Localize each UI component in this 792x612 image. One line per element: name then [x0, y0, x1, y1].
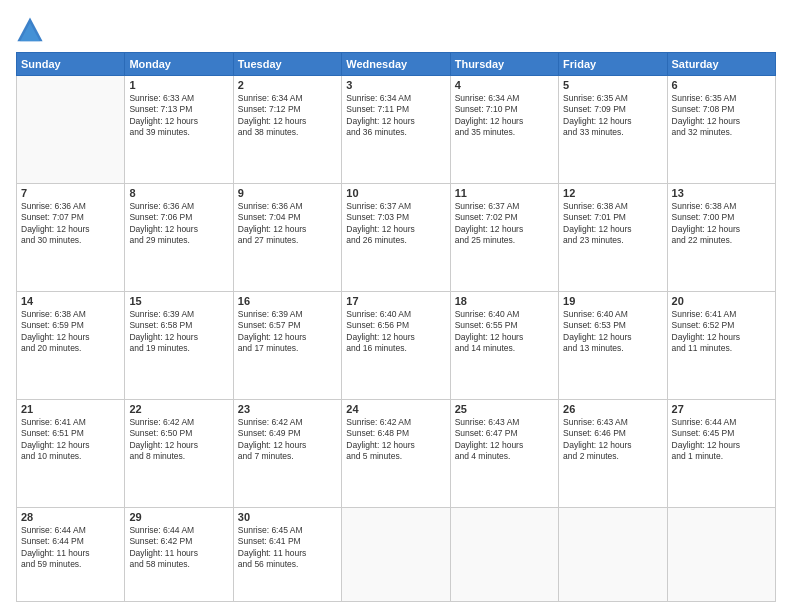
calendar-cell: 17Sunrise: 6:40 AMSunset: 6:56 PMDayligh… — [342, 291, 450, 399]
day-info: Sunrise: 6:39 AMSunset: 6:58 PMDaylight:… — [129, 309, 228, 355]
day-info: Sunrise: 6:36 AMSunset: 7:06 PMDaylight:… — [129, 201, 228, 247]
calendar-header-row: SundayMondayTuesdayWednesdayThursdayFrid… — [17, 53, 776, 76]
calendar-cell: 22Sunrise: 6:42 AMSunset: 6:50 PMDayligh… — [125, 399, 233, 507]
calendar-cell — [559, 507, 667, 601]
calendar-cell: 13Sunrise: 6:38 AMSunset: 7:00 PMDayligh… — [667, 183, 775, 291]
logo — [16, 16, 48, 44]
calendar-cell: 6Sunrise: 6:35 AMSunset: 7:08 PMDaylight… — [667, 76, 775, 184]
day-number: 16 — [238, 295, 337, 307]
day-info: Sunrise: 6:40 AMSunset: 6:56 PMDaylight:… — [346, 309, 445, 355]
calendar-week-row: 14Sunrise: 6:38 AMSunset: 6:59 PMDayligh… — [17, 291, 776, 399]
day-info: Sunrise: 6:35 AMSunset: 7:09 PMDaylight:… — [563, 93, 662, 139]
day-info: Sunrise: 6:34 AMSunset: 7:10 PMDaylight:… — [455, 93, 554, 139]
day-info: Sunrise: 6:44 AMSunset: 6:44 PMDaylight:… — [21, 525, 120, 571]
calendar-cell: 23Sunrise: 6:42 AMSunset: 6:49 PMDayligh… — [233, 399, 341, 507]
calendar-cell: 12Sunrise: 6:38 AMSunset: 7:01 PMDayligh… — [559, 183, 667, 291]
day-number: 1 — [129, 79, 228, 91]
day-info: Sunrise: 6:41 AMSunset: 6:51 PMDaylight:… — [21, 417, 120, 463]
day-number: 23 — [238, 403, 337, 415]
calendar-cell: 10Sunrise: 6:37 AMSunset: 7:03 PMDayligh… — [342, 183, 450, 291]
day-number: 7 — [21, 187, 120, 199]
day-number: 25 — [455, 403, 554, 415]
calendar-cell: 18Sunrise: 6:40 AMSunset: 6:55 PMDayligh… — [450, 291, 558, 399]
day-number: 30 — [238, 511, 337, 523]
day-number: 13 — [672, 187, 771, 199]
day-info: Sunrise: 6:38 AMSunset: 7:00 PMDaylight:… — [672, 201, 771, 247]
calendar-header-monday: Monday — [125, 53, 233, 76]
calendar-cell — [342, 507, 450, 601]
calendar-header-friday: Friday — [559, 53, 667, 76]
page: SundayMondayTuesdayWednesdayThursdayFrid… — [0, 0, 792, 612]
calendar-cell: 15Sunrise: 6:39 AMSunset: 6:58 PMDayligh… — [125, 291, 233, 399]
calendar-header-sunday: Sunday — [17, 53, 125, 76]
day-info: Sunrise: 6:42 AMSunset: 6:48 PMDaylight:… — [346, 417, 445, 463]
day-info: Sunrise: 6:43 AMSunset: 6:47 PMDaylight:… — [455, 417, 554, 463]
day-info: Sunrise: 6:33 AMSunset: 7:13 PMDaylight:… — [129, 93, 228, 139]
day-number: 29 — [129, 511, 228, 523]
calendar-cell: 28Sunrise: 6:44 AMSunset: 6:44 PMDayligh… — [17, 507, 125, 601]
calendar-cell — [450, 507, 558, 601]
calendar-cell: 21Sunrise: 6:41 AMSunset: 6:51 PMDayligh… — [17, 399, 125, 507]
day-number: 5 — [563, 79, 662, 91]
day-info: Sunrise: 6:40 AMSunset: 6:53 PMDaylight:… — [563, 309, 662, 355]
day-info: Sunrise: 6:34 AMSunset: 7:12 PMDaylight:… — [238, 93, 337, 139]
day-info: Sunrise: 6:36 AMSunset: 7:07 PMDaylight:… — [21, 201, 120, 247]
day-info: Sunrise: 6:37 AMSunset: 7:02 PMDaylight:… — [455, 201, 554, 247]
day-info: Sunrise: 6:40 AMSunset: 6:55 PMDaylight:… — [455, 309, 554, 355]
calendar-cell: 19Sunrise: 6:40 AMSunset: 6:53 PMDayligh… — [559, 291, 667, 399]
day-number: 2 — [238, 79, 337, 91]
day-number: 9 — [238, 187, 337, 199]
day-info: Sunrise: 6:36 AMSunset: 7:04 PMDaylight:… — [238, 201, 337, 247]
day-info: Sunrise: 6:39 AMSunset: 6:57 PMDaylight:… — [238, 309, 337, 355]
day-info: Sunrise: 6:45 AMSunset: 6:41 PMDaylight:… — [238, 525, 337, 571]
day-info: Sunrise: 6:42 AMSunset: 6:50 PMDaylight:… — [129, 417, 228, 463]
day-info: Sunrise: 6:34 AMSunset: 7:11 PMDaylight:… — [346, 93, 445, 139]
day-number: 22 — [129, 403, 228, 415]
logo-icon — [16, 16, 44, 44]
day-number: 15 — [129, 295, 228, 307]
calendar-cell: 2Sunrise: 6:34 AMSunset: 7:12 PMDaylight… — [233, 76, 341, 184]
day-number: 24 — [346, 403, 445, 415]
calendar-cell: 7Sunrise: 6:36 AMSunset: 7:07 PMDaylight… — [17, 183, 125, 291]
calendar-cell: 5Sunrise: 6:35 AMSunset: 7:09 PMDaylight… — [559, 76, 667, 184]
day-info: Sunrise: 6:37 AMSunset: 7:03 PMDaylight:… — [346, 201, 445, 247]
calendar-cell: 3Sunrise: 6:34 AMSunset: 7:11 PMDaylight… — [342, 76, 450, 184]
day-number: 17 — [346, 295, 445, 307]
day-number: 14 — [21, 295, 120, 307]
calendar-week-row: 7Sunrise: 6:36 AMSunset: 7:07 PMDaylight… — [17, 183, 776, 291]
day-number: 12 — [563, 187, 662, 199]
day-number: 18 — [455, 295, 554, 307]
calendar-cell: 30Sunrise: 6:45 AMSunset: 6:41 PMDayligh… — [233, 507, 341, 601]
calendar-cell — [667, 507, 775, 601]
day-info: Sunrise: 6:44 AMSunset: 6:42 PMDaylight:… — [129, 525, 228, 571]
calendar-cell: 26Sunrise: 6:43 AMSunset: 6:46 PMDayligh… — [559, 399, 667, 507]
day-info: Sunrise: 6:38 AMSunset: 7:01 PMDaylight:… — [563, 201, 662, 247]
calendar-cell: 20Sunrise: 6:41 AMSunset: 6:52 PMDayligh… — [667, 291, 775, 399]
day-info: Sunrise: 6:38 AMSunset: 6:59 PMDaylight:… — [21, 309, 120, 355]
day-info: Sunrise: 6:43 AMSunset: 6:46 PMDaylight:… — [563, 417, 662, 463]
calendar-header-tuesday: Tuesday — [233, 53, 341, 76]
day-number: 19 — [563, 295, 662, 307]
calendar-cell: 11Sunrise: 6:37 AMSunset: 7:02 PMDayligh… — [450, 183, 558, 291]
calendar-week-row: 28Sunrise: 6:44 AMSunset: 6:44 PMDayligh… — [17, 507, 776, 601]
calendar-header-thursday: Thursday — [450, 53, 558, 76]
calendar-cell: 9Sunrise: 6:36 AMSunset: 7:04 PMDaylight… — [233, 183, 341, 291]
calendar-week-row: 21Sunrise: 6:41 AMSunset: 6:51 PMDayligh… — [17, 399, 776, 507]
calendar-table: SundayMondayTuesdayWednesdayThursdayFrid… — [16, 52, 776, 602]
calendar-cell: 25Sunrise: 6:43 AMSunset: 6:47 PMDayligh… — [450, 399, 558, 507]
calendar-cell: 4Sunrise: 6:34 AMSunset: 7:10 PMDaylight… — [450, 76, 558, 184]
day-number: 26 — [563, 403, 662, 415]
day-number: 3 — [346, 79, 445, 91]
calendar-cell — [17, 76, 125, 184]
day-number: 4 — [455, 79, 554, 91]
calendar-cell: 24Sunrise: 6:42 AMSunset: 6:48 PMDayligh… — [342, 399, 450, 507]
day-info: Sunrise: 6:35 AMSunset: 7:08 PMDaylight:… — [672, 93, 771, 139]
day-info: Sunrise: 6:41 AMSunset: 6:52 PMDaylight:… — [672, 309, 771, 355]
day-number: 21 — [21, 403, 120, 415]
calendar-cell: 16Sunrise: 6:39 AMSunset: 6:57 PMDayligh… — [233, 291, 341, 399]
calendar-cell: 1Sunrise: 6:33 AMSunset: 7:13 PMDaylight… — [125, 76, 233, 184]
day-number: 8 — [129, 187, 228, 199]
day-number: 11 — [455, 187, 554, 199]
calendar-cell: 14Sunrise: 6:38 AMSunset: 6:59 PMDayligh… — [17, 291, 125, 399]
calendar-week-row: 1Sunrise: 6:33 AMSunset: 7:13 PMDaylight… — [17, 76, 776, 184]
